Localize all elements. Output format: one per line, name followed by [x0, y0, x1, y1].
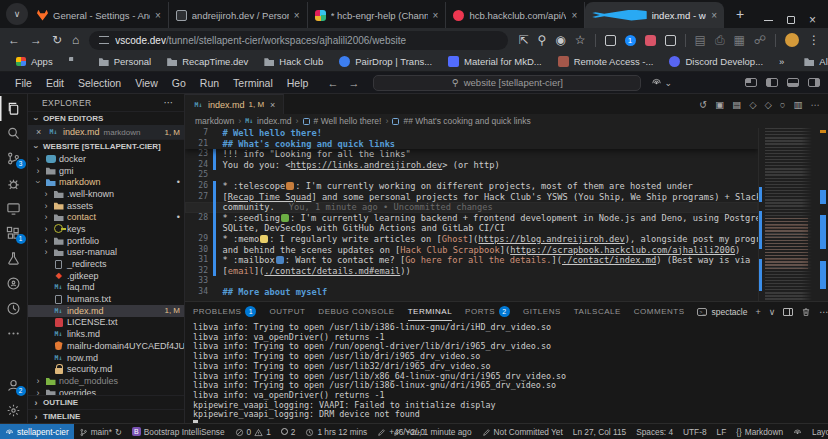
tree-item[interactable]: M↓links.md — [28, 328, 184, 340]
apps-shortcut[interactable]: Apps — [10, 56, 59, 67]
open-editors-header[interactable]: ›OPEN EDITORS — [28, 111, 184, 125]
commit-status[interactable]: Not Committed Yet — [477, 424, 568, 439]
bookmark-item[interactable]: PairDrop | Trans... — [333, 56, 438, 67]
menu-terminal[interactable]: Terminal — [226, 75, 280, 91]
panel-more-icon[interactable]: ⋯ — [819, 307, 828, 317]
panel-tab-problems[interactable]: PROBLEMS1 — [193, 302, 256, 321]
overview-ruler[interactable] — [816, 128, 828, 301]
close-tab-icon[interactable]: × — [155, 10, 161, 21]
cursor-position-status[interactable]: Ln 27, Col 115 — [568, 424, 631, 439]
timeline-back-icon[interactable]: ↺ — [699, 99, 707, 110]
activity-search-icon[interactable] — [0, 121, 28, 146]
tree-item[interactable]: ›assets — [28, 200, 184, 212]
panel-tab-comments[interactable]: COMMENTS — [634, 302, 685, 321]
encoding-status[interactable]: UTF-8 — [678, 424, 712, 439]
tree-item[interactable]: _redirects — [28, 258, 184, 270]
customize-layout-icon[interactable] — [745, 78, 757, 87]
bookmarks-overflow-chevron[interactable]: » — [773, 56, 790, 67]
tab-grid-shortcut[interactable] — [63, 57, 85, 66]
activity-additional-views-icon[interactable] — [0, 321, 28, 346]
panel-tab-output[interactable]: OUTPUT — [269, 302, 305, 321]
extension-1password-icon[interactable]: 1 — [625, 35, 636, 46]
browser-tab[interactable]: andreijiroh.dev / Personal× — [169, 2, 308, 28]
toggle-secondary-sidebar-icon[interactable] — [808, 78, 820, 87]
tree-item[interactable]: ›node_modules — [28, 375, 184, 387]
all-bookmarks[interactable]: All Bookmarks — [798, 56, 828, 67]
activity-extensions-icon[interactable]: 1 — [0, 221, 28, 246]
home-icon[interactable]: ⌂ — [72, 33, 79, 47]
terminal-dropdown-icon[interactable]: ∨ — [769, 307, 776, 317]
breadcrumb-item[interactable]: # Well hello there! — [314, 116, 382, 126]
forward-icon[interactable]: → — [30, 33, 42, 47]
panel-tab-terminal[interactable]: TERMINAL — [408, 302, 452, 321]
open-editor-item[interactable]: × M↓ index.md markdown 1, M — [28, 125, 184, 139]
restore-icon[interactable] — [787, 16, 795, 24]
sync-icon[interactable]: ↻ — [115, 427, 122, 437]
share-icon[interactable]: ⇱ — [518, 33, 528, 47]
eol-status[interactable]: LF — [712, 424, 732, 439]
tree-item[interactable]: ›docker — [28, 153, 184, 165]
tree-item[interactable]: ›.well-known — [28, 188, 184, 200]
find-icon[interactable]: ⚲ — [538, 33, 547, 47]
close-tab-icon[interactable]: × — [270, 100, 275, 110]
new-tab-button[interactable]: + — [728, 2, 752, 26]
activity-testing-icon[interactable] — [0, 246, 28, 271]
minimize-icon[interactable] — [764, 20, 773, 21]
tree-item[interactable]: M↓index.md1, M — [28, 305, 184, 317]
tunnel-status-icon[interactable] — [788, 424, 807, 439]
problems-status[interactable]: 01 — [230, 424, 276, 439]
close-tab-icon[interactable]: × — [571, 10, 577, 21]
activity-live-share-icon[interactable] — [0, 271, 28, 296]
bookmark-item[interactable]: RecapTime.dev — [161, 56, 254, 67]
count-status[interactable]: 2 — [276, 424, 301, 439]
split-editor-icon[interactable]: ▥ — [794, 99, 803, 110]
minimap[interactable] — [758, 128, 816, 301]
bookmark-item[interactable]: Personal — [93, 56, 158, 67]
tree-item[interactable]: M↓faq.md — [28, 282, 184, 294]
split-terminal-icon[interactable] — [783, 308, 793, 316]
browser-tab[interactable]: hcb.hackclub.com/api/v4/× — [446, 2, 585, 28]
tree-item[interactable]: ›markdown• — [28, 176, 184, 188]
activity-source-control-icon[interactable]: 3 — [0, 146, 28, 171]
compare-icon[interactable]: ▤ — [732, 99, 741, 110]
breadcrumb[interactable]: markdown›M↓index.md›# Well hello there!›… — [185, 114, 828, 128]
keyboard-layout-status[interactable]: Layout: us — [807, 424, 828, 439]
close-editor-icon[interactable]: × — [36, 127, 44, 137]
printer-icon[interactable]: ⎙ — [715, 33, 725, 47]
toggle-sidebar-icon[interactable] — [766, 78, 778, 87]
next-change-icon[interactable]: ◇ — [764, 99, 771, 110]
extension-box-icon[interactable] — [665, 35, 676, 46]
tab-groups-icon[interactable]: ▦ — [734, 33, 745, 47]
terminal-profile[interactable]: >_spectacle — [697, 307, 747, 317]
prev-change-icon[interactable]: ◇ — [749, 99, 756, 110]
menu-file[interactable]: File — [8, 75, 39, 91]
tree-item[interactable]: ›user-manual — [28, 247, 184, 259]
link-icon[interactable]: ☍ — [754, 33, 766, 47]
explorer-more-icon[interactable]: ⋯ — [164, 97, 174, 108]
close-tab-icon[interactable]: × — [294, 10, 300, 21]
run-icon[interactable]: ○ — [780, 99, 786, 110]
menu-go[interactable]: Go — [165, 75, 193, 91]
menu-edit[interactable]: Edit — [39, 75, 71, 91]
tree-item[interactable]: ›keys — [28, 223, 184, 235]
tree-item[interactable]: humans.txt — [28, 293, 184, 305]
activity-remote-explorer-icon[interactable] — [0, 196, 28, 221]
breadcrumb-item[interactable]: ## What's cooking and quick links — [403, 116, 530, 126]
remote-status[interactable]: stellapent-cier — [0, 424, 74, 439]
kebab-menu-icon[interactable]: ⋮ — [808, 33, 820, 47]
tree-item[interactable]: ›contact• — [28, 211, 184, 223]
reader-eye-icon[interactable]: ◉ — [555, 33, 565, 47]
profile-avatar[interactable] — [785, 33, 799, 47]
bookmark-item[interactable]: Material for MkD... — [442, 56, 548, 67]
address-bar[interactable]: vscode.dev/tunnel/stellapent-cier/worksp… — [89, 31, 508, 50]
close-tab-icon[interactable]: × — [711, 10, 717, 21]
tree-item[interactable]: ◆.gitkeep — [28, 270, 184, 282]
close-window-icon[interactable]: × — [809, 16, 816, 24]
activity-explorer-icon[interactable] — [0, 96, 28, 121]
back-icon[interactable]: ← — [8, 33, 20, 47]
breadcrumb-item[interactable]: markdown — [195, 116, 234, 126]
extension-qr-icon[interactable] — [605, 35, 616, 46]
browser-tab[interactable]: index.md - website [stella× — [585, 2, 724, 28]
panel-tab-gitlens[interactable]: GITLENS — [523, 302, 561, 321]
editor-tab-index-md[interactable]: M↓ index.md 1, M × — [185, 94, 284, 114]
